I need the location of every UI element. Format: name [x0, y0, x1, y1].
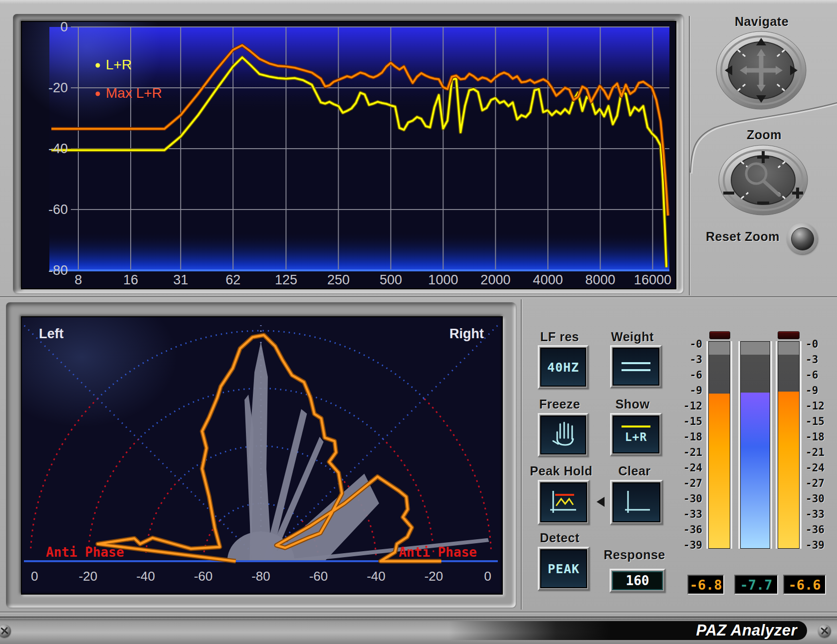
polar-display: LeftRightAnti PhaseAnti Phase0-20-40-60-…: [21, 316, 503, 595]
clear-button[interactable]: [610, 480, 663, 525]
svg-text:-80: -80: [251, 569, 270, 584]
svg-text:L+R: L+R: [106, 57, 132, 72]
meter-scale-tick: -21: [806, 446, 834, 458]
svg-text:-60: -60: [48, 202, 68, 217]
meter-scale-tick: -0: [806, 338, 834, 350]
lf-res-value: 40HZ: [547, 360, 579, 375]
svg-text:Anti Phase: Anti Phase: [46, 545, 124, 560]
weight-label: Weight: [611, 330, 654, 344]
freeze-button[interactable]: [538, 413, 589, 457]
meter-scale-tick: -3: [674, 354, 702, 366]
spectrum-chart: 0-20-40-60-80816316212525050010002000400…: [22, 22, 673, 286]
svg-text:62: 62: [225, 272, 240, 286]
svg-text:-80: -80: [48, 263, 68, 278]
svg-text:-20: -20: [48, 80, 68, 95]
plugin-window: 0-20-40-60-80816316212525050010002000400…: [0, 0, 837, 644]
plugin-title-badge: PAZ Analyzer: [449, 621, 807, 640]
meter-right-readout: -6.6: [783, 575, 826, 595]
polar-chart: LeftRightAnti PhaseAnti Phase0-20-40-60-…: [22, 317, 500, 592]
freeze-hand-icon: [547, 421, 579, 449]
show-button[interactable]: L+R: [610, 413, 662, 456]
svg-text:2000: 2000: [480, 272, 510, 286]
meter-scale-tick: -30: [806, 493, 834, 505]
show-trace-color-icon: [622, 426, 650, 428]
clip-led-right[interactable]: [778, 331, 800, 339]
clear-icon: [620, 488, 653, 517]
lf-res-button[interactable]: 40HZ: [538, 345, 589, 389]
svg-text:Right: Right: [449, 326, 484, 341]
zoom-label: Zoom: [747, 128, 782, 142]
weight-flat-icon-2: [622, 369, 650, 371]
clear-label: Clear: [618, 464, 650, 478]
svg-text:-40: -40: [136, 569, 155, 584]
meter-scale-tick: -39: [806, 539, 834, 551]
meter-scale-tick: -36: [674, 524, 702, 536]
panel-divider-vertical-bottom: [521, 299, 522, 610]
meter-scale-tick: -12: [674, 400, 702, 412]
freeze-label: Freeze: [539, 397, 580, 412]
svg-text:Left: Left: [39, 326, 64, 341]
show-label: Show: [616, 397, 650, 412]
svg-text:-60: -60: [194, 569, 213, 584]
svg-text:8000: 8000: [585, 272, 615, 286]
meter-scale-tick: -24: [674, 462, 702, 474]
lf-res-label: LF res: [540, 330, 579, 344]
meter-mid-readout: -7.7: [734, 575, 778, 595]
svg-text:8: 8: [74, 272, 82, 286]
meter-scale-tick: -6: [674, 369, 702, 381]
peak-hold-icon: [547, 488, 580, 517]
meter-scale-tick: -9: [806, 385, 834, 397]
svg-text:31: 31: [173, 272, 188, 286]
svg-text:16000: 16000: [634, 272, 671, 286]
show-value: L+R: [625, 430, 647, 443]
detect-button[interactable]: PEAK: [538, 547, 590, 591]
meter-scale-tick: -21: [674, 446, 702, 458]
response-field-frame: 160: [610, 569, 665, 593]
meter-scale-tick: -33: [674, 508, 702, 520]
meter-scale-tick: -27: [806, 477, 834, 489]
zoom-pad[interactable]: [718, 145, 808, 215]
reset-zoom-label: Reset Zoom: [706, 229, 780, 244]
clip-led-left[interactable]: [709, 331, 730, 339]
svg-text:500: 500: [380, 272, 402, 286]
meter-scale-tick: -12: [806, 400, 834, 412]
response-value[interactable]: 160: [626, 573, 649, 588]
meter-scale-tick: -3: [806, 354, 834, 366]
plugin-title: PAZ Analyzer: [696, 622, 797, 640]
svg-text:Anti Phase: Anti Phase: [399, 545, 477, 560]
section-divider: [0, 296, 837, 298]
meter-left-readout: -6.8: [687, 575, 724, 595]
meter-scale-tick: -6: [806, 369, 834, 381]
meter-scale-tick: -15: [806, 416, 834, 428]
screw-icon-left: [0, 625, 11, 638]
meter-scale-tick: -39: [674, 539, 702, 551]
zoom-out-bottom-icon: [757, 202, 769, 205]
screw-icon-right: [818, 625, 831, 638]
svg-text:-60: -60: [309, 569, 328, 584]
bottom-bar: PAZ Analyzer: [0, 617, 837, 644]
svg-text:1000: 1000: [428, 272, 458, 286]
meter-scale-tick: -24: [806, 462, 834, 474]
svg-text:-40: -40: [48, 141, 68, 156]
svg-text:-20: -20: [79, 569, 98, 584]
bottom-divider: [0, 612, 837, 613]
reset-zoom-button[interactable]: [787, 223, 818, 254]
zoom-out-left-icon: [723, 192, 734, 195]
svg-text:-40: -40: [367, 569, 386, 584]
meter-scale-tick: -36: [806, 524, 834, 536]
meter-mid: [738, 341, 772, 549]
svg-text:-20: -20: [424, 569, 443, 584]
weight-flat-icon: [622, 362, 650, 364]
meter-scale-tick: -30: [674, 493, 702, 505]
svg-text:0: 0: [484, 569, 491, 584]
weight-button[interactable]: [610, 345, 662, 388]
meter-scale-tick: -27: [674, 477, 702, 489]
panel-divider-vertical-top: [689, 16, 690, 295]
peak-hold-label: Peak Hold: [530, 464, 592, 478]
svg-text:4000: 4000: [533, 272, 563, 286]
svg-text:16: 16: [123, 272, 138, 286]
navigate-pad[interactable]: [716, 31, 807, 110]
meter-mid-fill: [741, 393, 770, 548]
peak-hold-button[interactable]: [538, 480, 590, 525]
meter-right: [776, 341, 802, 549]
